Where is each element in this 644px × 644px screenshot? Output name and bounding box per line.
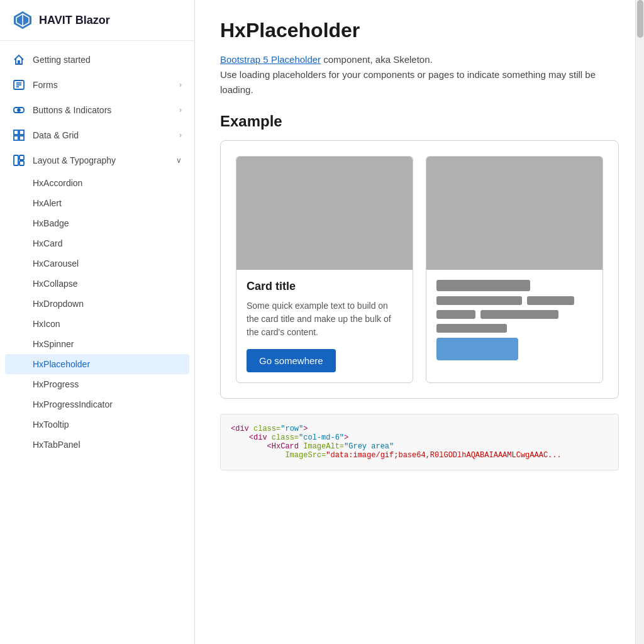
sidebar-item-getting-started[interactable]: Getting started [0, 47, 194, 72]
svg-rect-13 [14, 155, 18, 165]
sidebar-subitem-hxtooltip[interactable]: HxTooltip [0, 414, 194, 435]
chevron-right-icon: › [179, 106, 182, 114]
sidebar-navigation: Getting started Forms › Buttons & Indica… [0, 41, 194, 461]
sidebar-subitem-hxaccordion[interactable]: HxAccordion [0, 173, 194, 193]
skeleton-image [426, 157, 602, 270]
chevron-right-icon: › [179, 80, 182, 89]
example-container: Card title Some quick example text to bu… [220, 140, 619, 399]
home-icon [13, 53, 25, 66]
sidebar-item-data-grid[interactable]: Data & Grid › [0, 123, 194, 148]
card-real: Card title Some quick example text to bu… [236, 156, 413, 383]
skeleton-body [426, 270, 602, 370]
card-title: Card title [247, 280, 402, 293]
skeleton-bar-5 [480, 310, 558, 319]
skeleton-row-2 [436, 310, 592, 319]
skeleton-row-1 [436, 296, 592, 305]
code-line-1: <div class="row"> [231, 425, 608, 433]
grid-icon [13, 129, 25, 142]
example-section-title: Example [220, 113, 619, 130]
card-text: Some quick example text to build on the … [247, 299, 402, 339]
chevron-right-icon: › [179, 131, 182, 140]
svg-rect-14 [19, 155, 24, 160]
layout-icon [13, 154, 25, 167]
code-block: <div class="row"> <div class="col-md-6">… [220, 414, 619, 470]
logo-area: HAVIT Blazor [0, 0, 194, 41]
card-image-placeholder [236, 157, 413, 270]
sidebar-subitem-hxprogress[interactable]: HxProgress [0, 374, 194, 394]
sidebar-item-label: Forms [33, 80, 179, 90]
skeleton-bar-1 [436, 280, 530, 291]
svg-point-8 [18, 109, 20, 111]
svg-rect-12 [19, 136, 24, 140]
svg-rect-11 [14, 136, 18, 140]
sidebar-section-label: Layout & Typography [33, 155, 176, 165]
sidebar-item-label: Buttons & Indicators [33, 105, 179, 115]
page-description: Bootstrap 5 Placeholder component, aka S… [220, 52, 619, 97]
svg-rect-15 [19, 161, 24, 165]
sidebar-subitem-hxicon[interactable]: HxIcon [0, 314, 194, 334]
skeleton-bar-2 [436, 296, 522, 305]
svg-rect-10 [19, 130, 24, 135]
skeleton-bar-4 [436, 310, 475, 319]
sidebar-subitem-hxcard[interactable]: HxCard [0, 233, 194, 253]
logo-icon [13, 10, 33, 30]
scrollbar-track[interactable] [635, 0, 644, 644]
skeleton-bar-6 [436, 324, 507, 333]
button-icon [13, 104, 25, 116]
card-skeleton [426, 156, 603, 383]
sidebar-subitem-hxprogressindicator[interactable]: HxProgressIndicator [0, 394, 194, 414]
sidebar-subitem-hxdropdown[interactable]: HxDropdown [0, 294, 194, 314]
sidebar-item-layout-typography[interactable]: Layout & Typography ∨ [0, 148, 194, 173]
page-title: HxPlaceholder [220, 19, 619, 42]
logo-text: HAVIT Blazor [39, 14, 110, 27]
skeleton-button [436, 338, 518, 360]
skeleton-bar-3 [527, 296, 574, 305]
sidebar-subitem-hxplaceholder[interactable]: HxPlaceholder [5, 354, 189, 374]
forms-icon [13, 79, 25, 91]
sidebar-item-label: Data & Grid [33, 130, 179, 140]
main-content: HxPlaceholder Bootstrap 5 Placeholder co… [195, 0, 644, 644]
sidebar-subitem-hxcarousel[interactable]: HxCarousel [0, 253, 194, 274]
go-somewhere-button[interactable]: Go somewhere [247, 349, 336, 372]
sidebar-subitem-hxcollapse[interactable]: HxCollapse [0, 274, 194, 294]
sidebar-subitem-hxspinner[interactable]: HxSpinner [0, 334, 194, 354]
code-line-2: <div class="col-md-6"> [231, 433, 608, 442]
example-row: Card title Some quick example text to bu… [236, 156, 603, 383]
chevron-down-icon: ∨ [176, 156, 182, 165]
scrollbar-thumb[interactable] [637, 0, 643, 38]
sidebar-subitem-hxbadge[interactable]: HxBadge [0, 213, 194, 233]
sidebar-subitem-hxalert[interactable]: HxAlert [0, 193, 194, 213]
svg-rect-9 [14, 130, 18, 135]
bootstrap-link[interactable]: Bootstrap 5 Placeholder [220, 54, 321, 65]
sidebar: HAVIT Blazor Getting started Forms › [0, 0, 195, 644]
sidebar-item-label: Getting started [33, 55, 182, 65]
card-body: Card title Some quick example text to bu… [236, 270, 413, 382]
sidebar-item-forms[interactable]: Forms › [0, 72, 194, 97]
sidebar-subitem-hxtabpanel[interactable]: HxTabPanel [0, 435, 194, 455]
code-line-4: ImageSrc="data:image/gif;base64,R0lGODlh… [231, 451, 608, 460]
code-line-3: <HxCard ImageAlt="Grey area" [231, 442, 608, 451]
sidebar-item-buttons-indicators[interactable]: Buttons & Indicators › [0, 97, 194, 123]
